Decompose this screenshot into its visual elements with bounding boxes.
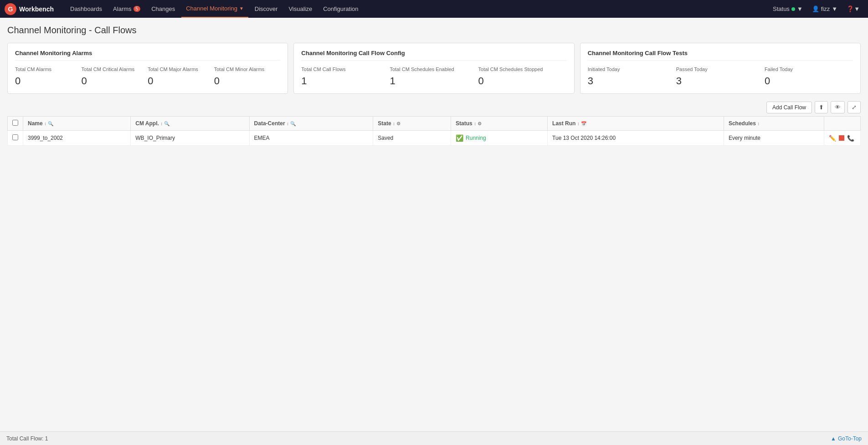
sort-data-center-icon[interactable]: ↕ [287,121,289,126]
alarms-card: Channel Monitoring Alarms Total CM Alarm… [7,43,288,94]
nav-configuration[interactable]: Configuration [318,0,363,18]
nav-dashboards[interactable]: Dashboards [66,0,107,18]
expand-button[interactable]: ⤢ [847,101,861,113]
goto-top-label: GoTo-Top [838,435,862,442]
row-schedules: Every minute [724,131,824,146]
metric-label-failed-today: Failed Today [765,66,853,72]
nav-visualize[interactable]: Visualize [284,0,317,18]
metric-value-total-cm-critical: 0 [82,75,148,87]
filter-status-icon[interactable]: ⚙ [478,121,482,126]
nav-changes[interactable]: Changes [147,0,180,18]
status-chevron-icon: ▼ [797,5,803,12]
metric-value-schedules-stopped: 0 [478,75,567,87]
stop-button[interactable] [839,135,844,141]
status-running: ✅ Running [456,134,543,142]
search-name-icon[interactable]: 🔍 [48,121,53,126]
metric-label-schedules-stopped: Total CM Schedules Stopped [478,66,567,72]
tests-card-title: Channel Monitoring Call Flow Tests [588,50,853,61]
expand-icon: ⤢ [852,104,857,111]
eye-icon: 👁 [835,104,841,111]
row-actions: ✏️ 📞 [829,135,856,142]
config-card-title: Channel Monitoring Call Flow Config [301,50,566,61]
row-data-center: EMEA [249,131,373,146]
sort-cm-appl-icon[interactable]: ↕ [160,121,163,126]
table-header-schedules: Schedules ↕ [724,117,824,131]
metric-passed-today: Passed Today 3 [676,66,765,87]
filter-state-icon[interactable]: ⚙ [396,121,401,126]
view-toggle-button[interactable]: 👁 [831,101,845,113]
calendar-icon[interactable]: 📅 [581,121,586,126]
nav-discover[interactable]: Discover [250,0,282,18]
sort-status-icon[interactable]: ↕ [474,121,476,126]
row-actions-cell: ✏️ 📞 [824,131,861,146]
metric-total-cm-major: Total CM Major Alarms 0 [148,66,214,87]
sort-asc-icon[interactable]: ↕ [44,121,46,126]
export-button[interactable]: ⬆ [815,101,828,113]
edit-button[interactable]: ✏️ [829,135,836,142]
metric-initiated-today: Initiated Today 3 [588,66,676,87]
nav-channel-monitoring[interactable]: Channel Monitoring ▼ [181,0,248,18]
call-button[interactable]: 📞 [847,135,854,142]
sort-state-icon[interactable]: ↕ [393,121,395,126]
add-call-flow-button[interactable]: Add Call Flow [766,102,812,113]
metric-value-passed-today: 3 [676,75,765,87]
page-title: Channel Monitoring - Call Flows [7,25,861,36]
metric-value-schedules-enabled: 1 [390,75,478,87]
row-status: ✅ Running [451,131,548,146]
row-cm-appl: WB_IO_Primary [131,131,249,146]
metric-label-total-cm-alarms: Total CM Alarms [15,66,82,72]
metric-label-total-cm-critical: Total CM Critical Alarms [82,66,148,72]
page-footer: Total Call Flow: 1 ▲ GoTo-Top [0,431,868,445]
metric-failed-today: Failed Today 0 [765,66,853,87]
help-button[interactable]: ❓ ▼ [843,0,863,18]
row-last-run: Tue 13 Oct 2020 14:26:00 [548,131,724,146]
nav-alarms[interactable]: Alarms 5 [108,0,145,18]
metric-value-failed-today: 0 [765,75,853,87]
metric-label-total-call-flows: Total CM Call Flows [301,66,390,72]
status-button[interactable]: Status ▼ [769,0,806,18]
table-header-state: State ↕ ⚙ [373,117,451,131]
help-icon: ❓ [847,5,854,12]
brand-label: Workbench [19,5,54,13]
status-label: Status [773,5,790,12]
row-state: Saved [373,131,451,146]
table-header-name: Name ↕ 🔍 [23,117,131,131]
table-header-data-center: Data-Center ↕ 🔍 [249,117,373,131]
goto-top-button[interactable]: ▲ GoTo-Top [831,435,862,442]
metric-total-cm-minor: Total CM Minor Alarms 0 [214,66,281,87]
tests-metrics: Initiated Today 3 Passed Today 3 Failed … [588,66,853,87]
metric-value-total-cm-alarms: 0 [15,75,82,87]
navbar: G Workbench Dashboards Alarms 5 Changes … [0,0,868,18]
select-all-checkbox[interactable] [12,120,18,126]
table-row: 3999_to_2002 WB_IO_Primary EMEA Saved ✅ … [8,131,861,146]
metric-value-total-cm-major: 0 [148,75,214,87]
sort-schedules-icon[interactable]: ↕ [757,121,760,126]
search-cm-appl-icon[interactable]: 🔍 [164,121,169,126]
export-icon: ⬆ [819,104,824,111]
table-toolbar: Add Call Flow ⬆ 👁 ⤢ [7,101,861,113]
metric-value-total-cm-minor: 0 [214,75,281,87]
summary-row: Channel Monitoring Alarms Total CM Alarm… [7,43,861,94]
metric-label-passed-today: Passed Today [676,66,765,72]
alarms-badge: 5 [134,6,141,12]
status-text: Running [466,135,486,141]
sort-last-run-icon[interactable]: ↕ [577,121,580,126]
metric-value-initiated-today: 3 [588,75,676,87]
metric-label-total-cm-major: Total CM Major Alarms [148,66,214,72]
row-name: 3999_to_2002 [23,131,131,146]
main-content: Channel Monitoring - Call Flows Channel … [0,18,868,445]
table-header-status: Status ↕ ⚙ [451,117,548,131]
table-header-actions [824,117,861,131]
table-header-checkbox [8,117,23,131]
check-circle-icon: ✅ [456,134,463,142]
metric-schedules-stopped: Total CM Schedules Stopped 0 [478,66,567,87]
search-data-center-icon[interactable]: 🔍 [290,121,296,126]
user-button[interactable]: 👤 fizz ▼ [808,0,841,18]
row-checkbox[interactable] [12,134,18,140]
metric-label-initiated-today: Initiated Today [588,66,676,72]
tests-card: Channel Monitoring Call Flow Tests Initi… [580,43,861,94]
status-dot [791,7,795,11]
alarms-card-title: Channel Monitoring Alarms [15,50,280,61]
chevron-up-icon: ▲ [831,435,836,442]
brand[interactable]: G Workbench [5,3,59,15]
